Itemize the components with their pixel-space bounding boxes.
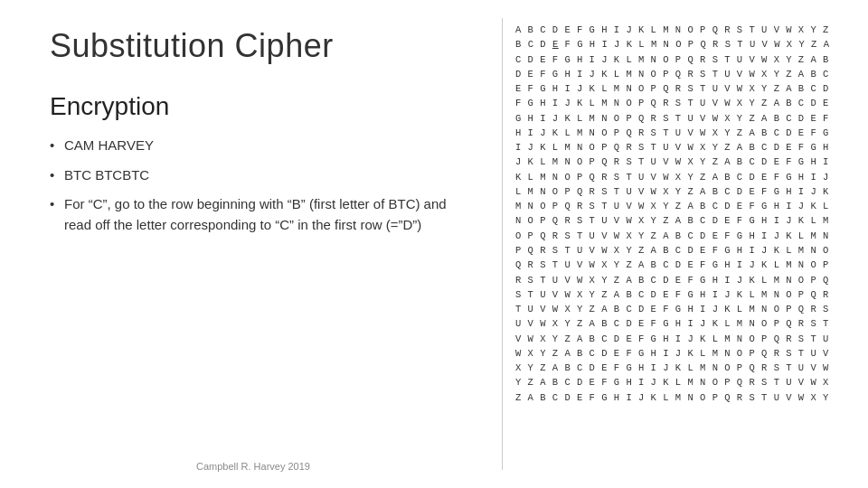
cipher-row: H I J K L M N O P Q R S T U V W X Y Z A … xyxy=(515,126,854,140)
cipher-row: P Q R S T U V W X Y Z A B C D E F G H I … xyxy=(515,243,854,258)
bullet-list: CAM HARVEY BTC BTCBTC For “C”, go to the… xyxy=(50,136,470,244)
cipher-row: C D E F G H I J K L M N O P Q R S T U V … xyxy=(515,52,854,67)
cipher-row: O P Q R S T U V W X Y Z A B C D E F G H … xyxy=(515,229,854,243)
cipher-row: L M N O P Q R S T U V W X Y Z A B C D E … xyxy=(515,184,854,199)
bullet-text-2: BTC BTCBTC xyxy=(64,167,149,183)
cipher-table: A B C D E F G H I J K L M N O P Q R S T … xyxy=(515,18,854,405)
cipher-row: X Y Z A B C D E F G H I J K L M N O P Q … xyxy=(515,361,854,375)
page-title: Substitution Cipher xyxy=(50,27,470,65)
cipher-row: K L M N O P Q R S T U V W X Y Z A B C D … xyxy=(515,170,854,184)
divider-line xyxy=(502,18,503,470)
cipher-row: Q R S T U V W X Y Z A B C D E F G H I J … xyxy=(515,258,854,272)
cipher-row: D E F G H I J K L M N O P Q R S T U V W … xyxy=(515,67,854,81)
section-heading: Encryption xyxy=(50,92,470,121)
cipher-row: Y Z A B C D E F G H I J K L M N O P Q R … xyxy=(515,375,854,389)
cipher-row: A B C D E F G H I J K L M N O P Q R S T … xyxy=(515,23,854,37)
cipher-row: J K L M N O P Q R S T U V W X Y Z A B C … xyxy=(515,155,854,169)
cipher-row: W X Y Z A B C D E F G H I J K L M N O P … xyxy=(515,346,854,361)
list-item: CAM HARVEY xyxy=(50,136,470,156)
cipher-row: S T U V W X Y Z A B C D E F G H I J K L … xyxy=(515,287,854,302)
cipher-row: B C D E F G H I J K L M N O P Q R S T U … xyxy=(515,37,854,52)
cipher-row: U V W X Y Z A B C D E F G H I J K L M N … xyxy=(515,316,854,331)
main-container: Substitution Cipher Encryption CAM HARVE… xyxy=(0,0,868,488)
cipher-row: V W X Y Z A B C D E F G H I J K L M N O … xyxy=(515,332,854,346)
footer-credit: Campbell R. Harvey 2019 xyxy=(0,461,506,472)
cipher-row: E F G H I J K L M N O P Q R S T U V W X … xyxy=(515,81,854,96)
cipher-row: G H I J K L M N O P Q R S T U V W X Y Z … xyxy=(515,111,854,126)
cipher-row: I J K L M N O P Q R S T U V W X Y Z A B … xyxy=(515,140,854,155)
cipher-row: Z A B C D E F G H I J K L M N O P Q R S … xyxy=(515,390,854,405)
cipher-row: R S T U V W X Y Z A B C D E F G H I J K … xyxy=(515,273,854,287)
list-item: BTC BTCBTC xyxy=(50,165,470,186)
cipher-row: T U V W X Y Z A B C D E F G H I J K L M … xyxy=(515,302,854,316)
right-panel: A B C D E F G H I J K L M N O P Q R S T … xyxy=(506,0,868,488)
list-item: For “C”, go to the row beginning with “B… xyxy=(50,194,470,235)
left-panel: Substitution Cipher Encryption CAM HARVE… xyxy=(0,0,506,488)
cipher-row: M N O P Q R S T U V W X Y Z A B C D E F … xyxy=(515,199,854,213)
bullet-text-3: For “C”, go to the row beginning with “B… xyxy=(64,196,447,232)
cipher-row: F G H I J K L M N O P Q R S T U V W X Y … xyxy=(515,96,854,110)
bullet-text-1: CAM HARVEY xyxy=(64,137,154,153)
cipher-row: N O P Q R S T U V W X Y Z A B C D E F G … xyxy=(515,213,854,228)
